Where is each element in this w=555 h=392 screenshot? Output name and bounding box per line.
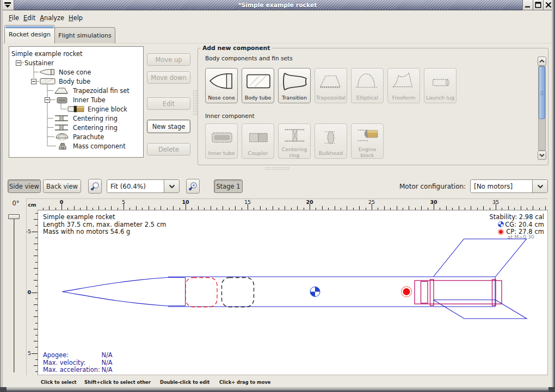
centering-ring-icon [54, 124, 70, 131]
v-ruler-tick [34, 304, 38, 305]
section-inner-component: Inner component [205, 113, 255, 119]
motor-config-value: [No motors] [471, 180, 532, 192]
tab-rocket-design[interactable]: Rocket design [4, 25, 55, 43]
scrollbar-track[interactable] [538, 66, 546, 151]
h-ruler-tick [409, 206, 409, 210]
tree-row-mass-component[interactable]: Mass component [73, 141, 126, 151]
stage-1-toggle[interactable]: Stage 1 [214, 179, 243, 193]
motor-config-combo[interactable]: [No motors] [470, 179, 548, 193]
menu-file[interactable]: File [9, 13, 19, 23]
hint-click-drag: Click+ drag to move [219, 379, 270, 385]
rocket-mass-text: Mass with no motors 54.6 g [43, 228, 130, 235]
add-nose-cone-button[interactable]: Nose cone [205, 68, 238, 103]
h-ruler-tick [508, 206, 509, 210]
button-label: Side view [9, 183, 39, 190]
add-launch-lug-button[interactable]: Launch lug [424, 68, 457, 103]
window-border-bottom [0, 387, 555, 392]
chevron-down-icon [539, 153, 545, 157]
h-ruler-label-35: 35 [492, 199, 499, 205]
new-stage-button[interactable]: New stage [147, 120, 190, 133]
minimize-button[interactable] [522, 0, 533, 10]
delete-button[interactable]: Delete [147, 143, 190, 155]
tree-row-sustainer[interactable]: Sustainer [24, 58, 54, 67]
vertical-ruler: -505 [26, 210, 38, 375]
tree-expander-inner-tube[interactable] [45, 97, 50, 103]
move-up-button[interactable]: Move up [147, 53, 190, 66]
add-engine-block-button[interactable]: Engineblock [351, 123, 384, 159]
engine-block-icon [67, 105, 85, 113]
window-menu-button[interactable] [1, 0, 14, 10]
zoom-in-button[interactable] [186, 179, 200, 194]
nose-cone-outline [62, 277, 168, 291]
scroll-down-button[interactable] [538, 151, 546, 160]
tree-row-fin-set[interactable]: Trapezoidal fin set [73, 86, 130, 95]
add-transition-button[interactable]: Transition [278, 68, 311, 103]
zoom-combo-arrow[interactable] [164, 180, 179, 192]
scroll-up-button[interactable] [538, 57, 546, 66]
tree-row-engine-block[interactable]: Engine block [88, 104, 127, 114]
zoom-level-combo[interactable]: Fit (60.4%) [107, 179, 180, 193]
v-ruler-tick [34, 219, 38, 220]
component-button-label: Body tube [245, 95, 272, 103]
parachute-icon [55, 133, 69, 141]
h-ruler-tick [285, 206, 285, 210]
v-ruler-label-5: 5 [28, 350, 31, 356]
side-view-button[interactable]: Side view [8, 179, 41, 193]
active-tab-highlight [5, 26, 54, 28]
add-centering-ring-button[interactable]: Centeringring [278, 123, 311, 159]
horizontal-splitter-grip[interactable] [265, 167, 289, 171]
tree-row-label: Parachute [73, 133, 104, 141]
tree-row-centering-ring-2[interactable]: Centering ring [73, 123, 118, 132]
tree-row-inner-tube[interactable]: Inner Tube [73, 95, 106, 104]
menu-analyze[interactable]: Analyze [40, 13, 64, 23]
tree-row-label: Simple example rocket [11, 50, 83, 58]
tree-row-centering-ring-1[interactable]: Centering ring [73, 114, 118, 123]
maximize-button[interactable] [533, 0, 544, 10]
tree-expander-body-tube[interactable] [31, 79, 36, 84]
rotation-slider-track[interactable] [14, 215, 15, 372]
tree-row-parachute[interactable]: Parachute [73, 132, 104, 141]
titlebar[interactable]: *Simple example rocket [1, 0, 554, 10]
add-elliptical-button[interactable]: Elliptical [351, 68, 384, 103]
vertical-splitter-grip[interactable] [193, 90, 198, 116]
h-ruler-tick [397, 206, 397, 210]
tree-row-label: Trapezoidal fin set [73, 87, 130, 95]
hint-double-click: Double-click to edit [160, 379, 209, 385]
component-tree[interactable]: Simple example rocket Sustainer Nose con… [9, 46, 144, 158]
add-bulkhead-button[interactable]: Bulkhead [314, 123, 347, 159]
v-ruler-tick [34, 244, 38, 244]
add-inner-tube-button[interactable]: Inner tube [205, 123, 238, 159]
edit-button[interactable]: Edit [147, 97, 190, 110]
scrollbar-thumb[interactable] [539, 66, 545, 119]
component-panel-scrollbar[interactable] [538, 57, 546, 160]
menu-help[interactable]: Help [69, 13, 83, 23]
rotation-slider-thumb[interactable] [8, 214, 20, 219]
v-ruler-tick [34, 268, 38, 269]
component-button-label: Nose cone [208, 95, 235, 103]
motor-combo-arrow[interactable] [532, 180, 547, 192]
tree-row-nose-cone[interactable]: Nose cone [59, 67, 91, 77]
resize-grip-left[interactable] [0, 387, 7, 392]
v-ruler-tick [32, 232, 38, 232]
rocket-canvas[interactable]: Simple example rocket Length 37.5 cm, ma… [38, 210, 548, 375]
zoom-out-button[interactable] [88, 179, 102, 194]
tree-row-body-tube[interactable]: Body tube [59, 77, 90, 86]
resize-grip-right[interactable] [548, 387, 555, 392]
tree-row-label: Mass component [73, 142, 126, 150]
tree-row-rocket[interactable]: Simple example rocket [11, 49, 83, 58]
add-component-title: Add new component [201, 45, 272, 52]
h-ruler-tick [149, 206, 149, 210]
add-trapezoidal-button[interactable]: Trapezoidal [314, 68, 347, 103]
menu-label-rest: ile [12, 14, 19, 22]
h-ruler-tick [335, 206, 335, 210]
menu-edit[interactable]: Edit [23, 13, 35, 23]
component-button-label: Transition [282, 95, 307, 103]
add-freeform-button[interactable]: Freeform [387, 68, 420, 103]
move-down-button[interactable]: Move down [147, 71, 190, 84]
add-coupler-button[interactable]: Coupler [242, 123, 274, 159]
tree-expander-sustainer[interactable] [16, 60, 21, 66]
button-label: Move down [151, 74, 187, 82]
add-body-tube-button[interactable]: Body tube [242, 68, 274, 103]
back-view-button[interactable]: Back view [43, 179, 81, 193]
tab-flight-simulations[interactable]: Flight simulations [54, 27, 115, 43]
